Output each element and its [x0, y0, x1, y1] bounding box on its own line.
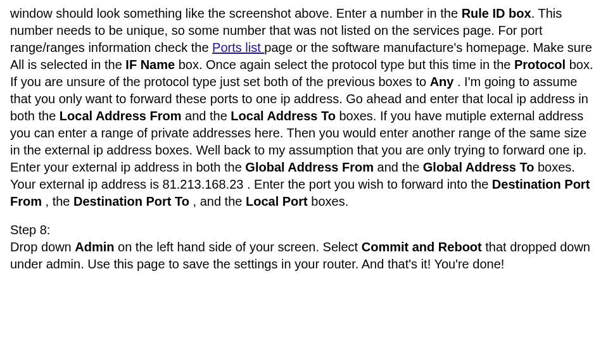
step8-paragraph: Step 8: Drop down Admin on the left hand…	[10, 222, 598, 273]
bold-any: Any	[430, 75, 454, 89]
text: Drop down	[10, 240, 75, 254]
step-label: Step 8:	[10, 223, 50, 237]
bold-rule-id: Rule ID box	[462, 6, 531, 20]
bold-admin: Admin	[75, 240, 114, 254]
text: boxes.	[308, 194, 348, 208]
bold-global-address-to: Global Address To	[423, 160, 535, 174]
text: , the	[42, 194, 73, 208]
text: and the	[374, 160, 423, 174]
bold-dest-port-to: Destination Port To	[73, 194, 189, 208]
text: , and the	[189, 194, 246, 208]
bold-commit-reboot: Commit and Reboot	[362, 240, 482, 254]
bold-local-address-from: Local Address From	[60, 109, 182, 123]
text: box. Once again select the protocol type…	[175, 58, 514, 72]
bold-global-address-from: Global Address From	[245, 160, 374, 174]
bold-protocol: Protocol	[514, 58, 566, 72]
text: on the left hand side of your screen. Se…	[115, 240, 362, 254]
instructions-paragraph: window should look something like the sc…	[10, 5, 598, 210]
ports-list-link[interactable]: Ports list	[212, 41, 264, 54]
text: window should look something like the sc…	[10, 6, 462, 20]
bold-local-port: Local Port	[246, 194, 308, 208]
bold-local-address-to: Local Address To	[231, 109, 336, 123]
text: and the	[181, 109, 231, 123]
bold-if-name: IF Name	[125, 58, 175, 72]
